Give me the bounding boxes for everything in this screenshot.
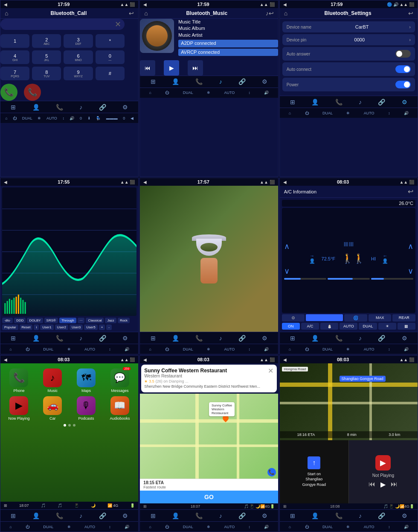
nav-grid-8[interactable]: ⊞ xyxy=(151,512,156,519)
nav-user-8[interactable]: 👤 xyxy=(172,512,179,519)
eq-info[interactable]: i xyxy=(34,324,39,330)
ac-ac-btn[interactable]: A/C xyxy=(301,323,319,330)
left-vent-up[interactable]: ∧ xyxy=(284,242,290,251)
nav-gear-5[interactable]: ⚙ xyxy=(262,335,267,342)
dial-7[interactable]: 7PQRS xyxy=(0,67,29,80)
eq-popular[interactable]: Popular xyxy=(2,324,18,330)
back-arrow-2[interactable]: ◀ xyxy=(143,2,147,7)
c6-power[interactable]: ⏻ xyxy=(305,347,309,351)
eq-extra[interactable]: ··· xyxy=(78,318,85,323)
nav-link-5[interactable]: 🔗 xyxy=(238,335,246,342)
c8-home[interactable]: ⌂ xyxy=(149,525,151,529)
app-podcasts[interactable]: 🎙 Podcasts xyxy=(71,396,102,421)
nav-music-6[interactable]: ♪ xyxy=(359,335,362,342)
ac-rear-btn[interactable]: REAR xyxy=(392,314,415,322)
nav-phone-8[interactable]: 📞 xyxy=(195,512,203,519)
c8-temp[interactable]: ↕ xyxy=(249,525,251,529)
dot-1[interactable] xyxy=(64,424,66,427)
nav-grid-icon[interactable]: ⊞ xyxy=(11,104,16,111)
c8-power[interactable]: ⏻ xyxy=(165,525,169,529)
nav-gear-9[interactable]: ⚙ xyxy=(402,512,407,519)
c5-fan[interactable]: ❄ xyxy=(207,347,210,351)
eq-dts[interactable]: ·dts· xyxy=(2,318,13,323)
c7-home[interactable]: ⌂ xyxy=(9,525,12,529)
nav-gear-2[interactable]: ⚙ xyxy=(262,78,267,85)
dial-2[interactable]: 2ABC xyxy=(32,34,61,48)
eq-reset[interactable]: Reset xyxy=(20,324,33,330)
nav-music-icon[interactable]: ♪ xyxy=(79,104,82,111)
dial-hash[interactable]: # xyxy=(96,67,125,80)
nav-link-8[interactable]: 🔗 xyxy=(238,512,246,519)
dial-0[interactable]: 0— xyxy=(96,50,125,64)
dial-1[interactable]: 1 xyxy=(0,34,29,48)
nav-gear-8[interactable]: ⚙ xyxy=(262,512,267,519)
nav-grid-3[interactable]: ⊞ xyxy=(290,99,295,105)
eq-rock[interactable]: Rock xyxy=(118,318,130,323)
c4-fan[interactable]: ❄ xyxy=(67,347,71,351)
app-music[interactable]: ♪ Music xyxy=(38,368,68,393)
nav-music-2[interactable]: ♪ xyxy=(219,78,222,85)
c3-power[interactable]: ⏻ xyxy=(305,111,309,115)
climate-power[interactable]: ⏻ xyxy=(13,116,17,120)
device-pin-row[interactable]: Device pin 0000 › xyxy=(282,34,415,45)
c3-temp[interactable]: ↕ xyxy=(388,111,390,115)
map-poi-label[interactable]: Sunny CoffeeWesternRestaurant xyxy=(209,402,235,416)
cp-grid-icon[interactable]: ⊞ xyxy=(4,503,7,508)
nav-music-4[interactable]: ♪ xyxy=(79,335,82,342)
ac-def-btn[interactable]: ☀ xyxy=(378,323,396,330)
nav-user-6[interactable]: 👤 xyxy=(311,335,319,342)
back-arrow-1[interactable]: ◀ xyxy=(4,2,7,7)
nav-grid-5[interactable]: ⊞ xyxy=(151,335,156,342)
end-call-button[interactable]: 📞 xyxy=(24,84,41,101)
auto-connect-toggle[interactable] xyxy=(395,65,411,73)
c7-temp[interactable]: ↕ xyxy=(109,525,111,529)
play-mini-btn[interactable]: ▶ xyxy=(380,480,386,488)
c5-power[interactable]: ⏻ xyxy=(165,347,169,351)
back-arrow-3[interactable]: ◀ xyxy=(283,2,287,7)
ac-fan-btn[interactable]: 🌀 xyxy=(344,314,367,322)
nav-grid-6[interactable]: ⊞ xyxy=(290,335,295,342)
power-toggle[interactable] xyxy=(395,81,411,88)
nav-music-8[interactable]: ♪ xyxy=(219,512,222,519)
prev-button[interactable]: ⏮ xyxy=(140,60,155,76)
nav-link-icon[interactable]: 🔗 xyxy=(99,104,106,111)
app-phone[interactable]: 📞 Phone xyxy=(4,368,34,393)
go-button[interactable]: GO xyxy=(140,491,278,503)
nav-grid-7[interactable]: ⊞ xyxy=(11,512,16,519)
dial-9[interactable]: 9WXYZ xyxy=(64,67,93,80)
next-button[interactable]: ⏭ xyxy=(188,60,203,76)
c3-fan[interactable]: ❄ xyxy=(346,111,350,115)
dial-5[interactable]: 5JKL xyxy=(32,50,61,64)
ac-back-icon[interactable]: ↩ xyxy=(408,187,413,196)
c9-fan[interactable]: ❄ xyxy=(346,525,350,529)
eq-jazz[interactable]: Jazz xyxy=(105,318,116,323)
c9-power[interactable]: ⏻ xyxy=(305,525,309,529)
back-arrow-4[interactable]: ◀ xyxy=(4,180,7,184)
eq-user1[interactable]: User1 xyxy=(40,324,53,330)
nav-link-4[interactable]: 🔗 xyxy=(99,335,106,342)
nav-user-7[interactable]: 👤 xyxy=(32,512,40,519)
climate-home[interactable]: ⌂ xyxy=(5,116,7,120)
nav-link-3[interactable]: 🔗 xyxy=(378,99,385,105)
climate-temp[interactable]: ↕ xyxy=(62,116,64,120)
search-bar[interactable]: ✕ xyxy=(0,19,125,30)
home-icon-1[interactable]: ⌂ xyxy=(5,10,8,17)
ac-on-btn[interactable]: ON xyxy=(282,323,300,330)
eq-user2[interactable]: User2 xyxy=(55,324,68,330)
nav-link-7[interactable]: 🔗 xyxy=(99,512,106,519)
nav-gear-3[interactable]: ⚙ xyxy=(402,99,407,105)
c5-home[interactable]: ⌂ xyxy=(149,347,151,351)
dial-4[interactable]: 4GHI xyxy=(0,50,29,64)
nav-user-3[interactable]: 👤 xyxy=(311,99,319,105)
c7-vol[interactable]: 🔊 xyxy=(125,525,129,529)
dial-3[interactable]: 3DEF xyxy=(64,34,93,48)
c8-vol[interactable]: 🔊 xyxy=(264,525,269,529)
right-vent-down[interactable]: ∨ xyxy=(408,266,413,276)
c7-power[interactable]: ⏻ xyxy=(26,525,29,529)
slider-3[interactable] xyxy=(371,278,413,280)
eq-srs[interactable]: SRS® xyxy=(44,318,58,323)
music-note-icon[interactable]: ♪ xyxy=(266,10,269,17)
dot-2[interactable] xyxy=(68,424,71,427)
back-arrow-9[interactable]: ◀ xyxy=(283,357,287,362)
nav-phone-6[interactable]: 📞 xyxy=(335,335,343,342)
